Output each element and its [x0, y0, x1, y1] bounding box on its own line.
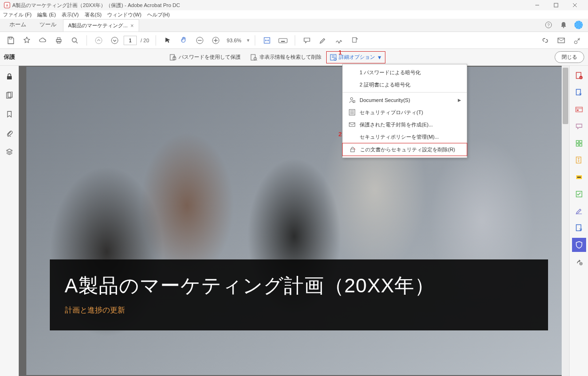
print-icon[interactable] — [52, 33, 66, 47]
svg-rect-68 — [577, 177, 581, 178]
svg-rect-3 — [554, 3, 558, 7]
rail-attachment-icon[interactable] — [2, 126, 16, 140]
protect-with-password-label: パスワードを使用して保護 — [179, 54, 241, 61]
zoom-in-icon[interactable] — [209, 33, 223, 47]
help-icon[interactable]: ? — [542, 18, 555, 31]
menu-remove-security[interactable]: この文書からセキュリティ設定を削除(R) — [342, 143, 467, 156]
svg-point-43 — [351, 98, 353, 100]
sign-icon[interactable] — [332, 33, 346, 47]
menu-sign[interactable]: 署名(S) — [85, 11, 102, 18]
advanced-options-button[interactable]: 詳細オプション ▼ — [326, 51, 385, 63]
save-icon[interactable] — [4, 33, 18, 47]
zoom-out-icon[interactable] — [193, 33, 207, 47]
protect-with-password-button[interactable]: パスワードを使用して保護 — [166, 52, 243, 63]
svg-rect-30 — [353, 38, 356, 42]
menu-view[interactable]: 表示(V) — [62, 11, 79, 18]
vertical-scrollbar[interactable] — [562, 66, 569, 376]
tool-send-icon[interactable] — [572, 221, 586, 235]
fit-width-icon[interactable] — [260, 33, 274, 47]
rail-lock-icon[interactable] — [2, 70, 16, 84]
menu-file[interactable]: ファイル (F) — [3, 11, 31, 18]
menu-create-envelope[interactable]: 保護された電子封筒を作成(E)... — [343, 118, 467, 131]
svg-line-38 — [256, 60, 257, 61]
zoom-level-label[interactable]: 93.6% — [225, 37, 243, 44]
window-title: A製品のマーケティング計画（20XX年）（保護) - Adobe Acrobat… — [12, 2, 528, 9]
highlight-icon[interactable] — [316, 33, 330, 47]
page-number-input[interactable] — [124, 36, 137, 45]
keyboard-icon[interactable] — [276, 33, 290, 47]
tool-protect-icon[interactable] — [572, 238, 586, 252]
cloud-icon[interactable] — [36, 33, 50, 47]
close-window-button[interactable] — [565, 0, 584, 10]
svg-rect-61 — [577, 110, 579, 111]
tool-edit-pdf-icon[interactable] — [572, 102, 586, 117]
rail-layers-icon[interactable] — [2, 145, 16, 159]
menu-help[interactable]: ヘルプ(H) — [147, 11, 170, 18]
zoom-dropdown-icon[interactable]: ▼ — [246, 38, 251, 43]
svg-rect-71 — [576, 225, 581, 231]
tool-compress-icon[interactable] — [572, 153, 586, 167]
document-viewport[interactable]: A製品のマーケティング計画（20XX年） 計画と進捗の更新 — [19, 66, 569, 376]
email-icon[interactable] — [554, 33, 568, 47]
envelope-lock-icon — [348, 121, 356, 128]
tool-create-pdf-icon[interactable]: + — [572, 69, 586, 83]
page-up-icon[interactable] — [92, 33, 106, 47]
protection-label: 保護 — [4, 53, 15, 61]
share-icon[interactable]: + — [570, 33, 584, 47]
tool-redact-icon[interactable] — [572, 170, 586, 184]
svg-text:+: + — [578, 37, 580, 41]
workspace: A製品のマーケティング計画（20XX年） 計画と進捗の更新 + — [0, 66, 588, 376]
advanced-options-menu: 1 パスワードによる暗号化 2 証明書による暗号化 Document Secur… — [342, 64, 467, 158]
svg-rect-50 — [351, 149, 354, 152]
tool-organize-icon[interactable] — [572, 136, 586, 150]
main-toolbar: / 20 93.6% ▼ + — [0, 32, 588, 49]
tab-bar: ホーム ツール A製品のマーケティング... × ? — [0, 19, 588, 32]
tab-home[interactable]: ホーム — [3, 18, 33, 31]
close-toolbar-button[interactable]: 閉じる — [555, 51, 584, 63]
svg-text:?: ? — [547, 23, 549, 27]
search-icon[interactable] — [68, 33, 82, 47]
menu-encrypt-password[interactable]: 1 パスワードによる暗号化 — [343, 66, 467, 78]
tab-document[interactable]: A製品のマーケティング... × — [63, 19, 139, 31]
redact-hidden-button[interactable]: 非表示情報を検索して削除 — [247, 52, 324, 63]
menu-document-security[interactable]: Document Security(S)▶ — [343, 94, 467, 106]
menu-edit[interactable]: 編集 (E) — [37, 11, 56, 18]
redact-icon — [250, 54, 258, 61]
stamp-icon[interactable] — [348, 33, 362, 47]
comment-icon[interactable] — [300, 33, 314, 47]
tool-sign-icon[interactable] — [572, 204, 586, 218]
submenu-arrow-icon: ▶ — [458, 98, 461, 102]
minimize-button[interactable] — [528, 0, 547, 10]
advanced-options-label: 詳細オプション — [339, 54, 375, 61]
properties-icon — [329, 54, 337, 61]
select-tool-icon[interactable] — [161, 33, 175, 47]
tab-tools[interactable]: ツール — [33, 18, 63, 31]
rail-thumbnails-icon[interactable] — [2, 88, 16, 102]
pdf-icon: A — [4, 2, 10, 8]
menu-security-properties[interactable]: セキュリティプロパティ(T) — [343, 106, 467, 118]
redact-hidden-label: 非表示情報を検索して削除 — [259, 54, 321, 61]
menu-manage-policies[interactable]: セキュリティポリシーを管理(M)... — [343, 131, 467, 143]
tool-comment-icon[interactable] — [572, 119, 586, 133]
page-down-icon[interactable] — [108, 33, 122, 47]
tool-more-icon[interactable] — [572, 255, 586, 269]
lock-page-icon — [169, 54, 177, 61]
notifications-icon[interactable] — [557, 18, 570, 31]
account-avatar[interactable] — [572, 18, 585, 31]
menu-window[interactable]: ウィンドウ(W) — [107, 11, 141, 18]
hand-tool-icon[interactable] — [177, 33, 191, 47]
link-icon[interactable] — [538, 33, 552, 47]
svg-rect-62 — [576, 141, 579, 143]
menu-encrypt-certificate[interactable]: 2 証明書による暗号化 — [343, 78, 467, 91]
star-icon[interactable] — [20, 33, 34, 47]
rail-bookmark-icon[interactable] — [2, 107, 16, 121]
page-total-label: / 20 — [141, 38, 149, 43]
document-page: A製品のマーケティング計画（20XX年） 計画と進捗の更新 — [26, 67, 562, 375]
tab-close-icon[interactable]: × — [131, 23, 134, 29]
svg-text:+: + — [580, 76, 582, 79]
tool-prepare-form-icon[interactable] — [572, 187, 586, 201]
maximize-button[interactable] — [547, 0, 565, 10]
document-title: A製品のマーケティング計画（20XX年） — [65, 273, 533, 299]
tool-export-pdf-icon[interactable] — [572, 86, 586, 100]
svg-point-15 — [95, 37, 102, 44]
